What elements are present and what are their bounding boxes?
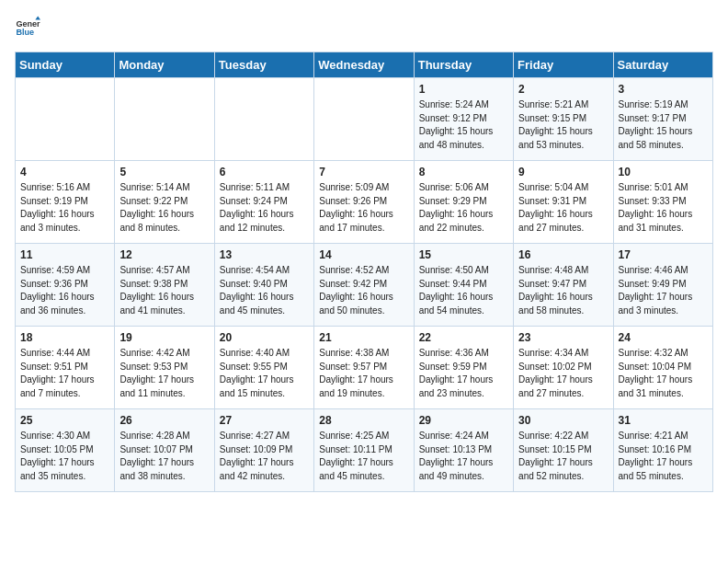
- day-cell: 9Sunrise: 5:04 AM Sunset: 9:31 PM Daylig…: [514, 161, 613, 244]
- day-info: Sunrise: 4:36 AM Sunset: 9:59 PM Dayligh…: [419, 347, 508, 400]
- day-number: 9: [518, 166, 608, 178]
- day-cell: [16, 78, 115, 161]
- day-cell: 14Sunrise: 4:52 AM Sunset: 9:42 PM Dayli…: [314, 244, 414, 327]
- day-info: Sunrise: 4:38 AM Sunset: 9:57 PM Dayligh…: [319, 347, 408, 400]
- day-cell: [314, 78, 414, 161]
- week-row-1: 1Sunrise: 5:24 AM Sunset: 9:12 PM Daylig…: [16, 78, 713, 161]
- day-info: Sunrise: 5:24 AM Sunset: 9:12 PM Dayligh…: [419, 98, 508, 152]
- day-info: Sunrise: 4:40 AM Sunset: 9:55 PM Dayligh…: [220, 347, 309, 400]
- week-row-4: 18Sunrise: 4:44 AM Sunset: 9:51 PM Dayli…: [16, 327, 713, 409]
- svg-text:General: General: [16, 19, 40, 29]
- day-number: 24: [619, 331, 708, 344]
- day-info: Sunrise: 5:04 AM Sunset: 9:31 PM Dayligh…: [518, 181, 608, 235]
- svg-text:Blue: Blue: [16, 28, 34, 37]
- day-number: 30: [518, 414, 608, 427]
- day-info: Sunrise: 4:21 AM Sunset: 10:16 PM Daylig…: [619, 430, 708, 483]
- day-info: Sunrise: 4:42 AM Sunset: 9:53 PM Dayligh…: [119, 347, 209, 400]
- logo: General Blue: [15, 15, 44, 40]
- day-number: 4: [20, 166, 109, 178]
- day-cell: 25Sunrise: 4:30 AM Sunset: 10:05 PM Dayl…: [16, 409, 115, 492]
- day-number: 5: [119, 166, 209, 178]
- logo-icon: General Blue: [15, 15, 40, 40]
- day-number: 2: [518, 83, 608, 96]
- day-number: 19: [119, 331, 209, 344]
- day-info: Sunrise: 4:22 AM Sunset: 10:15 PM Daylig…: [518, 430, 608, 483]
- day-cell: 16Sunrise: 4:48 AM Sunset: 9:47 PM Dayli…: [514, 244, 613, 327]
- day-info: Sunrise: 4:44 AM Sunset: 9:51 PM Dayligh…: [20, 347, 109, 400]
- day-cell: [115, 78, 214, 161]
- day-cell: 1Sunrise: 5:24 AM Sunset: 9:12 PM Daylig…: [414, 78, 513, 161]
- day-cell: [214, 78, 313, 161]
- day-number: 7: [319, 166, 408, 178]
- day-cell: 30Sunrise: 4:22 AM Sunset: 10:15 PM Dayl…: [514, 409, 613, 492]
- calendar-table: SundayMondayTuesdayWednesdayThursdayFrid…: [15, 52, 713, 492]
- day-cell: 6Sunrise: 5:11 AM Sunset: 9:24 PM Daylig…: [214, 161, 313, 244]
- day-cell: 15Sunrise: 4:50 AM Sunset: 9:44 PM Dayli…: [414, 244, 513, 327]
- day-info: Sunrise: 5:19 AM Sunset: 9:17 PM Dayligh…: [619, 98, 708, 152]
- day-number: 27: [220, 414, 309, 427]
- svg-marker-2: [35, 16, 40, 19]
- day-info: Sunrise: 5:14 AM Sunset: 9:22 PM Dayligh…: [119, 181, 209, 235]
- day-info: Sunrise: 4:34 AM Sunset: 10:02 PM Daylig…: [518, 347, 608, 400]
- day-info: Sunrise: 5:01 AM Sunset: 9:33 PM Dayligh…: [619, 181, 708, 235]
- day-number: 1: [419, 83, 508, 96]
- day-info: Sunrise: 4:48 AM Sunset: 9:47 PM Dayligh…: [518, 264, 608, 317]
- day-cell: 8Sunrise: 5:06 AM Sunset: 9:29 PM Daylig…: [414, 161, 513, 244]
- day-cell: 19Sunrise: 4:42 AM Sunset: 9:53 PM Dayli…: [115, 327, 214, 409]
- day-number: 22: [419, 331, 508, 344]
- day-number: 25: [20, 414, 109, 427]
- day-cell: 22Sunrise: 4:36 AM Sunset: 9:59 PM Dayli…: [414, 327, 513, 409]
- day-cell: 2Sunrise: 5:21 AM Sunset: 9:15 PM Daylig…: [514, 78, 613, 161]
- day-info: Sunrise: 5:16 AM Sunset: 9:19 PM Dayligh…: [20, 181, 109, 235]
- calendar-header-row: SundayMondayTuesdayWednesdayThursdayFrid…: [16, 52, 713, 78]
- day-number: 18: [20, 331, 109, 344]
- day-cell: 10Sunrise: 5:01 AM Sunset: 9:33 PM Dayli…: [613, 161, 712, 244]
- day-of-week-wednesday: Wednesday: [314, 52, 414, 78]
- day-cell: 4Sunrise: 5:16 AM Sunset: 9:19 PM Daylig…: [16, 161, 115, 244]
- day-number: 6: [220, 166, 309, 178]
- day-of-week-tuesday: Tuesday: [214, 52, 313, 78]
- day-number: 14: [319, 248, 408, 261]
- day-info: Sunrise: 5:21 AM Sunset: 9:15 PM Dayligh…: [518, 98, 608, 152]
- day-info: Sunrise: 4:32 AM Sunset: 10:04 PM Daylig…: [619, 347, 708, 400]
- day-cell: 11Sunrise: 4:59 AM Sunset: 9:36 PM Dayli…: [16, 244, 115, 327]
- day-cell: 23Sunrise: 4:34 AM Sunset: 10:02 PM Dayl…: [514, 327, 613, 409]
- day-cell: 20Sunrise: 4:40 AM Sunset: 9:55 PM Dayli…: [214, 327, 313, 409]
- day-number: 28: [319, 414, 408, 427]
- day-cell: 24Sunrise: 4:32 AM Sunset: 10:04 PM Dayl…: [613, 327, 712, 409]
- day-of-week-friday: Friday: [514, 52, 613, 78]
- day-info: Sunrise: 5:11 AM Sunset: 9:24 PM Dayligh…: [220, 181, 309, 235]
- day-of-week-monday: Monday: [115, 52, 214, 78]
- day-info: Sunrise: 5:09 AM Sunset: 9:26 PM Dayligh…: [319, 181, 408, 235]
- day-number: 17: [619, 248, 708, 261]
- day-of-week-saturday: Saturday: [613, 52, 712, 78]
- day-of-week-thursday: Thursday: [414, 52, 513, 78]
- day-cell: 18Sunrise: 4:44 AM Sunset: 9:51 PM Dayli…: [16, 327, 115, 409]
- day-info: Sunrise: 4:28 AM Sunset: 10:07 PM Daylig…: [119, 430, 209, 483]
- page-header: General Blue: [15, 15, 713, 40]
- day-number: 8: [419, 166, 508, 178]
- day-info: Sunrise: 4:46 AM Sunset: 9:49 PM Dayligh…: [619, 264, 708, 317]
- day-number: 3: [619, 83, 708, 96]
- day-info: Sunrise: 5:06 AM Sunset: 9:29 PM Dayligh…: [419, 181, 508, 235]
- week-row-5: 25Sunrise: 4:30 AM Sunset: 10:05 PM Dayl…: [16, 409, 713, 492]
- day-of-week-sunday: Sunday: [16, 52, 115, 78]
- day-number: 29: [419, 414, 508, 427]
- day-number: 10: [619, 166, 708, 178]
- day-number: 12: [119, 248, 209, 261]
- day-cell: 28Sunrise: 4:25 AM Sunset: 10:11 PM Dayl…: [314, 409, 414, 492]
- day-cell: 7Sunrise: 5:09 AM Sunset: 9:26 PM Daylig…: [314, 161, 414, 244]
- day-info: Sunrise: 4:59 AM Sunset: 9:36 PM Dayligh…: [20, 264, 109, 317]
- day-info: Sunrise: 4:30 AM Sunset: 10:05 PM Daylig…: [20, 430, 109, 483]
- day-info: Sunrise: 4:50 AM Sunset: 9:44 PM Dayligh…: [419, 264, 508, 317]
- week-row-3: 11Sunrise: 4:59 AM Sunset: 9:36 PM Dayli…: [16, 244, 713, 327]
- day-number: 16: [518, 248, 608, 261]
- day-info: Sunrise: 4:52 AM Sunset: 9:42 PM Dayligh…: [319, 264, 408, 317]
- week-row-2: 4Sunrise: 5:16 AM Sunset: 9:19 PM Daylig…: [16, 161, 713, 244]
- day-number: 23: [518, 331, 608, 344]
- day-cell: 31Sunrise: 4:21 AM Sunset: 10:16 PM Dayl…: [613, 409, 712, 492]
- day-cell: 5Sunrise: 5:14 AM Sunset: 9:22 PM Daylig…: [115, 161, 214, 244]
- day-cell: 12Sunrise: 4:57 AM Sunset: 9:38 PM Dayli…: [115, 244, 214, 327]
- day-cell: 27Sunrise: 4:27 AM Sunset: 10:09 PM Dayl…: [214, 409, 313, 492]
- day-number: 13: [220, 248, 309, 261]
